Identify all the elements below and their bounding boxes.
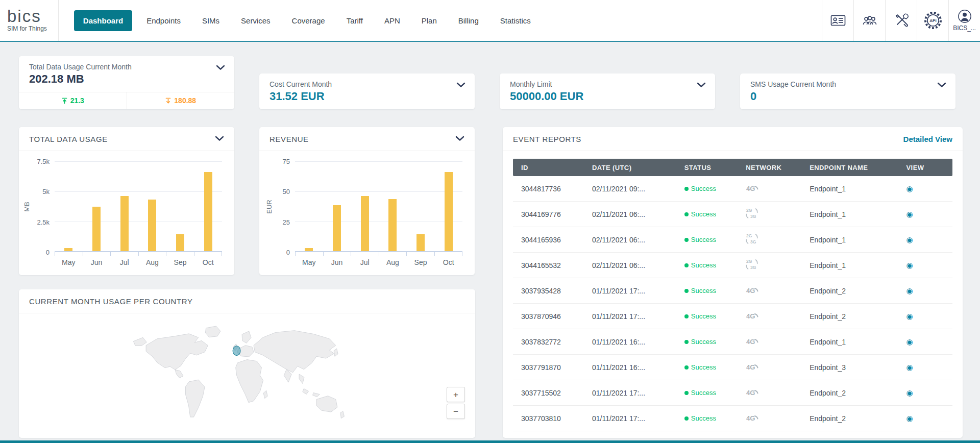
map-zoom-in-button[interactable]: +	[447, 387, 465, 402]
event-id: 3037935428	[513, 287, 592, 295]
event-reports-title: EVENT REPORTS	[513, 135, 581, 143]
chevron-down-icon[interactable]	[455, 135, 464, 143]
view-event-button[interactable]: ◉	[906, 337, 913, 347]
nav-item-sims[interactable]: SIMs	[195, 11, 227, 31]
chevron-down-icon[interactable]	[697, 82, 706, 89]
svg-text:3G: 3G	[750, 214, 756, 219]
event-network: 4G	[746, 361, 810, 373]
x-tick-label: Oct	[434, 258, 462, 266]
users-group-icon	[862, 14, 878, 27]
view-event-button[interactable]: ◉	[906, 286, 913, 296]
event-id: 3037870946	[513, 312, 592, 321]
detailed-view-link[interactable]: Detailed View	[903, 135, 952, 143]
tools-button[interactable]	[885, 0, 917, 41]
bar	[176, 234, 184, 251]
event-status: Success	[684, 236, 746, 243]
table-row: 3044169776 02/11/2021 06:... Success 2G …	[513, 202, 952, 227]
nav-item-services[interactable]: Services	[234, 11, 278, 31]
event-date: 01/11/2021 17:...	[592, 414, 684, 423]
view-event-button[interactable]: ◉	[906, 414, 913, 423]
event-network: 4G	[746, 412, 810, 424]
endpoint-name: Endpoint_2	[810, 312, 906, 321]
bar	[361, 196, 369, 251]
x-tick-label: Aug	[379, 258, 407, 266]
event-id: 3044165532	[513, 261, 592, 269]
account-menu-button[interactable]: BICS_...	[948, 0, 980, 41]
view-event-button[interactable]: ◉	[906, 210, 913, 219]
bar-chart: MB 7.5k5k2.5k0 MayJunJulAugSepOct	[19, 151, 234, 266]
event-date: 02/11/2021 06:...	[592, 261, 684, 269]
bar	[388, 199, 397, 251]
table-row: 3037870946 01/11/2021 17:... Success 4G …	[513, 304, 952, 329]
contacts-button[interactable]	[822, 0, 853, 41]
chevron-down-icon[interactable]	[216, 64, 225, 72]
event-network: 2G 3G	[746, 207, 810, 221]
header-icon-bar: API BICS_...	[822, 0, 980, 41]
status-dot	[684, 212, 689, 216]
svg-text:2G: 2G	[746, 233, 752, 238]
event-date: 01/11/2021 16:...	[592, 363, 684, 372]
network-2g3g-icon: 2G 3G	[746, 258, 758, 270]
bar	[64, 248, 72, 251]
api-settings-button[interactable]: API	[917, 0, 948, 41]
x-tick-label: Jun	[83, 258, 111, 266]
nav-item-plan[interactable]: Plan	[414, 11, 444, 31]
x-axis-ticks	[295, 252, 462, 256]
chevron-down-icon[interactable]	[215, 135, 224, 143]
event-network: 4G	[746, 336, 810, 348]
column-header-view: VIEW	[906, 164, 952, 171]
download-cell: 180.88	[127, 92, 235, 109]
event-network: 2G 3G	[746, 258, 810, 272]
table-row: 3044817736 02/11/2021 09:... Success 4G …	[513, 176, 952, 202]
nav-item-statistics[interactable]: Statistics	[493, 11, 538, 31]
brand-logo[interactable]: bics SIM for Things	[0, 0, 59, 41]
nav-item-endpoints[interactable]: Endpoints	[139, 11, 188, 31]
event-status: Success	[684, 312, 746, 320]
x-tick-label: Sep	[407, 258, 435, 266]
view-event-button[interactable]: ◉	[906, 235, 913, 244]
chart-title: REVENUE	[270, 135, 309, 143]
y-axis-label: EUR	[265, 200, 273, 213]
x-tick-mark	[406, 252, 434, 256]
status-dot	[684, 263, 689, 267]
x-tick-label: May	[295, 258, 323, 266]
map-usage-bubble	[233, 346, 240, 356]
bar	[92, 207, 101, 251]
svg-text:2G: 2G	[746, 259, 752, 264]
view-event-button[interactable]: ◉	[906, 312, 913, 321]
user-groups-button[interactable]	[853, 0, 885, 41]
network-4g-icon: 4G	[746, 361, 759, 372]
bar	[416, 234, 425, 251]
summary-cards-row: Total Data Usage Current Month 202.18 MB…	[19, 56, 963, 109]
chart-plot-area	[55, 161, 222, 252]
y-tick-label: 0	[46, 249, 50, 256]
network-2g3g-icon: 2G 3G	[746, 233, 758, 245]
nav-item-dashboard[interactable]: Dashboard	[74, 10, 132, 31]
event-status: Success	[684, 261, 746, 269]
chevron-down-icon[interactable]	[937, 82, 946, 89]
event-status: Success	[684, 338, 746, 346]
event-id: 3044165936	[513, 236, 592, 244]
world-map[interactable]: + −	[19, 313, 475, 436]
x-tick-label: Aug	[138, 258, 166, 266]
map-zoom-out-button[interactable]: −	[447, 404, 465, 419]
y-tick-label: 7.5k	[37, 158, 50, 165]
upload-value: 21.3	[70, 96, 84, 105]
view-event-button[interactable]: ◉	[906, 388, 913, 398]
tools-icon	[894, 13, 909, 28]
nav-item-apn[interactable]: APN	[377, 11, 407, 31]
view-event-button[interactable]: ◉	[906, 184, 913, 193]
chevron-down-icon[interactable]	[456, 82, 465, 89]
event-date: 02/11/2021 06:...	[592, 236, 684, 244]
view-event-button[interactable]: ◉	[906, 363, 913, 372]
nav-item-billing[interactable]: Billing	[451, 11, 486, 31]
event-date: 02/11/2021 06:...	[592, 210, 684, 218]
network-2g3g-icon: 2G 3G	[746, 207, 758, 219]
nav-item-coverage[interactable]: Coverage	[285, 11, 332, 31]
network-4g-icon: 4G	[746, 412, 759, 423]
nav-item-tariff[interactable]: Tariff	[339, 11, 370, 31]
view-event-button[interactable]: ◉	[906, 261, 913, 270]
svg-text:4G: 4G	[746, 389, 755, 397]
column-header-network: NETWORK	[746, 164, 810, 171]
network-4g-icon: 4G	[746, 310, 759, 321]
